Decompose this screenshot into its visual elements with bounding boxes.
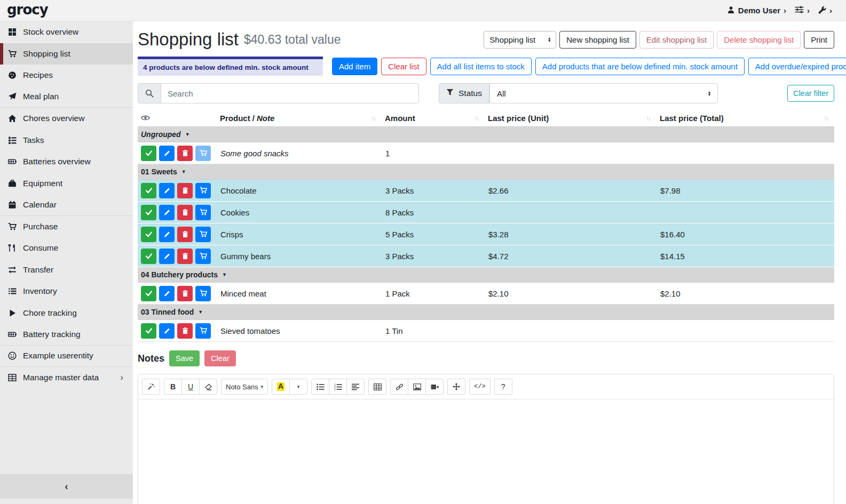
delete-item-button[interactable] bbox=[177, 323, 193, 339]
sidebar-item-chores-overview[interactable]: Chores overview bbox=[0, 108, 133, 130]
shopping-list-select[interactable]: Shopping list ▴▾ bbox=[484, 31, 556, 49]
notes-textarea[interactable] bbox=[138, 399, 834, 504]
sidebar-item-batteries-overview[interactable]: Batteries overview bbox=[0, 151, 133, 173]
column-amount[interactable]: Amount ↑↓ bbox=[382, 110, 485, 126]
sidebar-item-meal-plan[interactable]: Meal plan bbox=[0, 86, 133, 108]
sidebar-item-purchase[interactable]: Purchase bbox=[0, 216, 133, 238]
group-header-03-tinned-food[interactable]: 03 Tinned food▼ bbox=[138, 305, 834, 320]
edit-item-button[interactable] bbox=[159, 205, 175, 220]
sidebar-item-battery-tracking[interactable]: Battery tracking bbox=[0, 324, 133, 346]
column-price-total[interactable]: Last price (Total) ↑↓ bbox=[657, 110, 834, 126]
add-to-stock-button[interactable] bbox=[195, 227, 211, 242]
table-row: Crisps5 Packs$3.28$16.40 bbox=[138, 223, 834, 245]
group-header-01-sweets[interactable]: 01 Sweets▼ bbox=[138, 164, 834, 180]
video-button[interactable] bbox=[425, 379, 444, 395]
add-to-stock-button[interactable] bbox=[195, 286, 211, 301]
column-product[interactable]: Product /Note ↑↓ bbox=[217, 110, 382, 126]
mark-done-button[interactable] bbox=[141, 205, 156, 220]
column-price-unit[interactable]: Last price (Unit) ↑↓ bbox=[485, 110, 657, 126]
notes-title: Notes bbox=[138, 353, 164, 364]
add-to-stock-button[interactable] bbox=[195, 146, 211, 161]
edit-item-button[interactable] bbox=[159, 286, 175, 301]
delete-item-button[interactable] bbox=[177, 249, 193, 264]
sidebar-item-recipes[interactable]: Recipes bbox=[0, 65, 133, 86]
sidebar-item-tasks[interactable]: Tasks bbox=[0, 130, 133, 151]
paragraph-button[interactable] bbox=[346, 379, 365, 395]
add-to-stock-button[interactable] bbox=[195, 249, 211, 264]
notes-save-button[interactable]: Save bbox=[169, 350, 200, 366]
table-button[interactable] bbox=[368, 379, 386, 395]
add-to-stock-button[interactable] bbox=[195, 205, 211, 220]
sort-icon[interactable]: ↑↓ bbox=[646, 115, 650, 122]
sort-icon[interactable]: ↑↓ bbox=[824, 115, 828, 122]
delete-item-button[interactable] bbox=[177, 146, 193, 161]
sidebar-item-shopping-list[interactable]: Shopping list bbox=[0, 43, 133, 65]
mark-done-button[interactable] bbox=[141, 286, 156, 301]
sidebar-item-consume[interactable]: Consume bbox=[0, 237, 133, 259]
bold-button[interactable]: B bbox=[164, 379, 182, 395]
sidebar-item-example-userentity[interactable]: Example userentity bbox=[0, 346, 133, 367]
unordered-list-button[interactable] bbox=[311, 379, 329, 395]
sidebar-item-transfer[interactable]: Transfer bbox=[0, 259, 133, 281]
sidebar-item-stock-overview[interactable]: Stock overview bbox=[0, 21, 133, 43]
font-color-caret-button[interactable]: ▾ bbox=[289, 379, 307, 395]
add-all-to-stock-button[interactable]: Add all list items to stock bbox=[430, 58, 532, 75]
group-header-ungrouped[interactable]: Ungrouped▼ bbox=[138, 127, 834, 142]
picture-button[interactable] bbox=[408, 379, 426, 395]
link-button[interactable] bbox=[390, 379, 408, 395]
search-input[interactable] bbox=[161, 83, 419, 103]
admin-menu[interactable]: › bbox=[818, 6, 832, 15]
add-to-stock-button[interactable] bbox=[195, 183, 211, 198]
mark-done-button[interactable] bbox=[141, 146, 156, 161]
font-family-button[interactable]: Noto Sans▾ bbox=[221, 379, 268, 395]
clear-filter-button[interactable]: Clear filter bbox=[787, 85, 834, 102]
magic-style-button[interactable] bbox=[142, 379, 160, 395]
mark-done-button[interactable] bbox=[141, 323, 156, 339]
edit-item-button[interactable] bbox=[159, 183, 175, 198]
help-button[interactable]: ? bbox=[494, 379, 512, 395]
mark-done-button[interactable] bbox=[141, 227, 156, 242]
ordered-list-button[interactable]: 123 bbox=[329, 379, 347, 395]
delete-item-button[interactable] bbox=[177, 227, 193, 242]
settings-menu[interactable]: › bbox=[795, 6, 810, 15]
mark-done-button[interactable] bbox=[141, 183, 156, 198]
edit-item-button[interactable] bbox=[159, 227, 175, 242]
sidebar-item-equipment[interactable]: Equipment bbox=[0, 173, 133, 195]
add-to-stock-button[interactable] bbox=[195, 323, 211, 339]
add-item-button[interactable]: Add item bbox=[332, 58, 377, 75]
delete-item-button[interactable] bbox=[177, 183, 193, 198]
edit-item-button[interactable] bbox=[159, 249, 175, 264]
add-below-min-button[interactable]: Add products that are below defined min.… bbox=[535, 58, 745, 75]
edit-item-button[interactable] bbox=[159, 146, 175, 161]
row-actions bbox=[138, 249, 217, 264]
add-overdue-button[interactable]: Add overdue/expired products bbox=[748, 58, 846, 75]
codeview-button[interactable]: </> bbox=[469, 379, 491, 395]
edit-shopping-list-button[interactable]: Edit shopping list bbox=[639, 31, 714, 49]
user-menu[interactable]: Demo User › bbox=[727, 6, 786, 15]
status-select[interactable]: All ▴▾ bbox=[489, 83, 718, 103]
sidebar-item-manage-master-data[interactable]: Manage master data› bbox=[0, 367, 133, 389]
sort-icon[interactable]: ↑↓ bbox=[371, 115, 375, 122]
delete-item-button[interactable] bbox=[177, 286, 193, 301]
status-filter-group: Status All ▴▾ bbox=[439, 83, 718, 103]
clear-list-button[interactable]: Clear list bbox=[381, 58, 426, 75]
delete-shopping-list-button[interactable]: Delete shopping list bbox=[717, 31, 801, 49]
sidebar-collapse-button[interactable]: ‹ bbox=[0, 474, 133, 499]
sidebar-item-chore-tracking[interactable]: Chore tracking bbox=[0, 302, 133, 324]
group-header-04-butchery-products[interactable]: 04 Butchery products▼ bbox=[138, 267, 834, 283]
new-shopping-list-button[interactable]: New shopping list bbox=[559, 31, 636, 49]
mark-done-button[interactable] bbox=[141, 249, 156, 264]
sidebar-item-inventory[interactable]: Inventory bbox=[0, 281, 133, 302]
sort-icon[interactable]: ↑↓ bbox=[474, 115, 478, 122]
underline-button[interactable]: U bbox=[181, 379, 200, 395]
delete-item-button[interactable] bbox=[177, 205, 193, 220]
sidebar-item-calendar[interactable]: Calendar bbox=[0, 194, 133, 216]
print-button[interactable]: Print bbox=[804, 31, 834, 49]
caret-down-icon: ▼ bbox=[181, 169, 186, 174]
fullscreen-button[interactable] bbox=[447, 379, 465, 395]
font-color-button[interactable]: A bbox=[272, 379, 290, 395]
eye-icon[interactable] bbox=[141, 114, 150, 123]
notes-clear-button[interactable]: Clear bbox=[204, 350, 236, 366]
clear-formatting-button[interactable] bbox=[199, 379, 217, 395]
edit-item-button[interactable] bbox=[159, 323, 175, 339]
